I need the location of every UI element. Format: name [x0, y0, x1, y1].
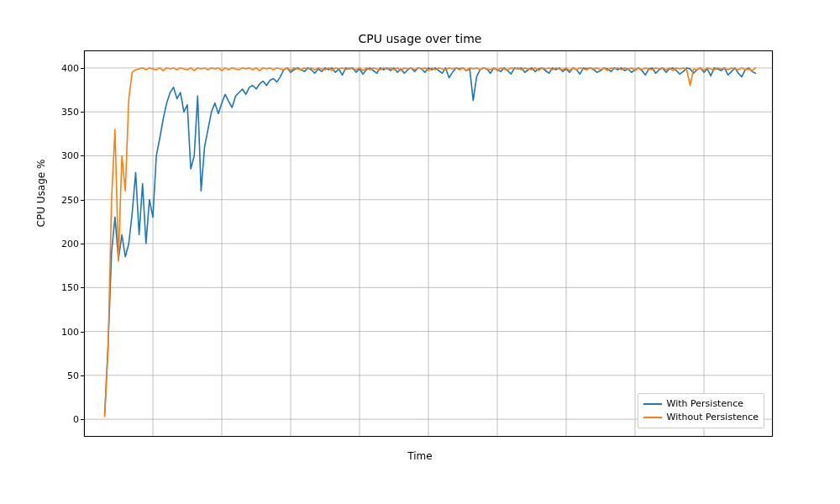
- y-tick-mark: [81, 112, 84, 113]
- legend-label: With Persistence: [667, 397, 743, 411]
- chart-figure: CPU usage over time CPU Usage % With Per…: [0, 0, 840, 504]
- y-tick-mark: [81, 375, 84, 376]
- y-tick-mark: [81, 244, 84, 244]
- x-axis-label: Time: [0, 450, 840, 462]
- y-tick-mark: [81, 332, 84, 333]
- legend-entry-with-persistence: With Persistence: [643, 397, 759, 411]
- legend: With Persistence Without Persistence: [638, 393, 764, 428]
- legend-entry-without-persistence: Without Persistence: [643, 411, 759, 424]
- series-line-with-persistence: [105, 68, 756, 415]
- y-tick-mark: [81, 200, 84, 201]
- data-series-group: [105, 68, 756, 417]
- y-tick-mark: [81, 68, 84, 69]
- plot-area: With Persistence Without Persistence 050…: [84, 50, 773, 437]
- series-line-without-persistence: [105, 68, 756, 417]
- y-axis-label: CPU Usage %: [35, 109, 47, 277]
- legend-label: Without Persistence: [667, 411, 759, 424]
- plot-svg: [84, 50, 773, 437]
- legend-swatch-icon: [643, 403, 662, 405]
- y-tick-mark: [81, 287, 84, 288]
- y-tick-mark: [81, 419, 84, 420]
- y-tick-mark: [81, 155, 84, 156]
- chart-title: CPU usage over time: [0, 32, 840, 45]
- legend-swatch-icon: [643, 417, 662, 418]
